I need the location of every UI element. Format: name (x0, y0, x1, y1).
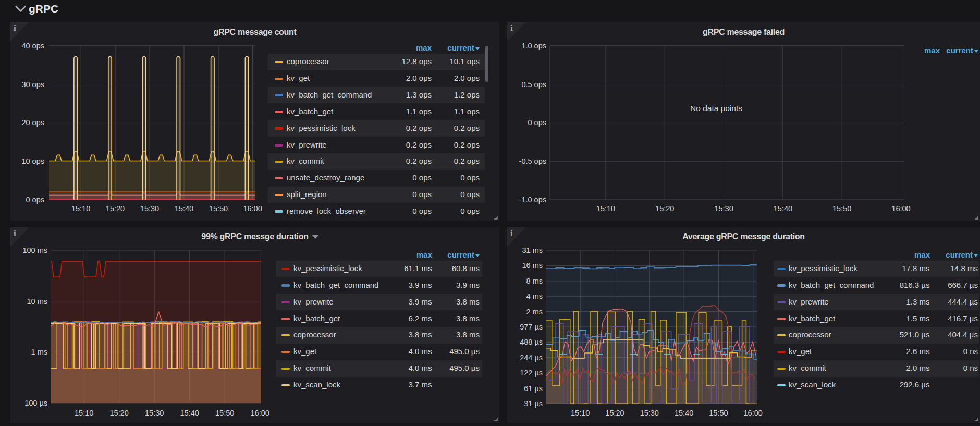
svg-text:16 ms: 16 ms (522, 261, 543, 270)
svg-text:20 ops: 20 ops (21, 118, 44, 127)
svg-text:-1.0 ops: -1.0 ops (519, 196, 546, 204)
svg-text:15:50: 15:50 (832, 204, 851, 213)
svg-text:30 ops: 30 ops (21, 80, 44, 89)
svg-text:No data points: No data points (690, 104, 742, 113)
svg-text:100 ms: 100 ms (22, 246, 47, 254)
svg-text:2 ms: 2 ms (526, 308, 543, 316)
svg-text:61 µs: 61 µs (524, 384, 543, 393)
svg-text:8 ms: 8 ms (526, 277, 543, 285)
svg-text:15:10: 15:10 (75, 409, 93, 417)
svg-text:15:30: 15:30 (640, 409, 659, 417)
svg-text:10 ops: 10 ops (21, 157, 44, 165)
svg-text:16:00: 16:00 (243, 204, 262, 213)
svg-text:488 µs: 488 µs (520, 338, 543, 346)
svg-text:15:20: 15:20 (605, 409, 624, 417)
svg-text:0.5 ops: 0.5 ops (521, 80, 546, 89)
svg-text:15:30: 15:30 (140, 204, 159, 213)
svg-text:1.0 ops: 1.0 ops (521, 42, 546, 50)
svg-text:16:00: 16:00 (251, 409, 270, 417)
svg-text:-0.5 ops: -0.5 ops (519, 157, 546, 165)
svg-text:10 ms: 10 ms (27, 297, 48, 306)
svg-text:15:40: 15:40 (175, 204, 193, 213)
svg-text:15:10: 15:10 (571, 409, 590, 417)
svg-text:15:10: 15:10 (596, 204, 615, 213)
svg-text:1 ms: 1 ms (31, 348, 47, 356)
svg-text:15:20: 15:20 (106, 204, 125, 213)
svg-text:40 ops: 40 ops (21, 42, 44, 50)
svg-text:15:40: 15:40 (180, 409, 199, 417)
svg-text:4 ms: 4 ms (526, 292, 543, 300)
svg-text:31 µs: 31 µs (524, 399, 543, 408)
svg-text:15:40: 15:40 (774, 204, 792, 213)
svg-text:0 ops: 0 ops (528, 118, 546, 127)
svg-text:31 ms: 31 ms (522, 246, 543, 254)
svg-text:0 ops: 0 ops (26, 196, 44, 204)
svg-text:15:50: 15:50 (215, 409, 234, 417)
svg-text:16:00: 16:00 (744, 409, 763, 417)
svg-text:15:10: 15:10 (71, 204, 90, 213)
svg-text:15:50: 15:50 (709, 409, 728, 417)
svg-text:15:30: 15:30 (145, 409, 164, 417)
svg-text:122 µs: 122 µs (520, 369, 543, 377)
svg-text:100 µs: 100 µs (24, 399, 47, 407)
svg-text:977 µs: 977 µs (520, 323, 543, 331)
svg-text:15:20: 15:20 (110, 409, 129, 417)
svg-text:244 µs: 244 µs (520, 354, 543, 362)
svg-text:15:40: 15:40 (675, 409, 693, 417)
svg-text:15:50: 15:50 (209, 204, 228, 213)
svg-text:16:00: 16:00 (891, 204, 910, 213)
svg-text:15:30: 15:30 (714, 204, 733, 213)
svg-text:15:20: 15:20 (655, 204, 674, 213)
